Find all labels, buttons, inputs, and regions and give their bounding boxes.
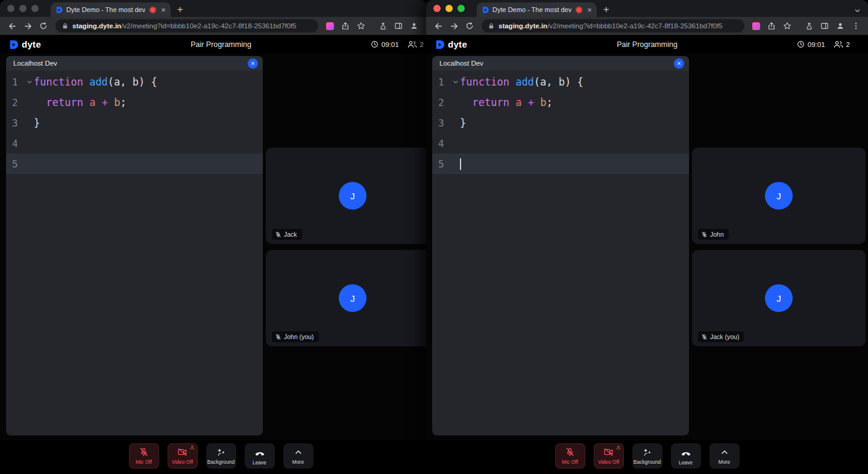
reload-button[interactable]	[462, 19, 477, 33]
tab-close-button[interactable]: ×	[587, 6, 592, 14]
participant-tile[interactable]: JJack (you)	[692, 250, 866, 346]
meeting-controls: Mic Off⚠Video OffBackgroundLeaveMore	[426, 440, 868, 474]
video-off-button[interactable]: ⚠Video Off	[168, 443, 198, 469]
dyte-logo: dyte	[8, 39, 41, 50]
background-button[interactable]: Background	[632, 443, 662, 469]
leave-button[interactable]: Leave	[671, 443, 701, 469]
code-line[interactable]: 1function add(a, b) {	[6, 72, 263, 92]
back-button[interactable]	[5, 19, 19, 33]
screen: Dyte Demo - The most dev × +	[0, 0, 868, 474]
meeting-time: 09:01	[382, 41, 399, 48]
plugin-title: Localhost Dev	[13, 60, 57, 67]
extension-icon[interactable]	[326, 22, 334, 30]
browser-tab[interactable]: Dyte Demo - The most dev ×	[477, 2, 597, 17]
close-window-button[interactable]	[7, 5, 14, 12]
mic-off-button[interactable]: Mic Off	[129, 443, 159, 469]
address-bar[interactable]: staging.dyte.in/v2/meeting?id=bbbb10e2-a…	[482, 19, 744, 33]
mic-off-icon	[565, 447, 575, 457]
back-button[interactable]	[431, 19, 445, 33]
control-label: More	[719, 459, 730, 465]
new-tab-button[interactable]: +	[173, 2, 187, 17]
mic-off-icon	[275, 231, 281, 238]
participant-avatar: J	[765, 182, 793, 210]
bookmark-star-icon[interactable]	[780, 19, 794, 33]
participant-count-value: 2	[846, 41, 850, 48]
zoom-window-button[interactable]	[458, 5, 465, 12]
participant-name-pill: John	[698, 229, 729, 240]
participant-tile[interactable]: JJohn	[692, 148, 866, 244]
plugin-close-button[interactable]: ×	[674, 58, 684, 69]
tab-close-button[interactable]: ×	[161, 6, 166, 14]
header-status: 09:01 2	[371, 40, 424, 48]
background-icon	[216, 447, 226, 457]
more-button[interactable]: More	[283, 443, 313, 469]
browser-tab[interactable]: Dyte Demo - The most dev ×	[51, 2, 171, 17]
code-text: function add(a, b) {	[34, 76, 157, 88]
reload-button[interactable]	[36, 19, 51, 33]
experiments-flask-icon[interactable]	[376, 19, 390, 33]
control-label: Background	[207, 459, 234, 465]
plugin-header: Localhost Dev ×	[432, 56, 689, 70]
more-button[interactable]: More	[709, 443, 740, 469]
line-number: 5	[6, 158, 25, 170]
code-area[interactable]: 1function add(a, b) {2 return a + b;3}45	[432, 70, 689, 435]
menu-kebab-icon[interactable]	[849, 19, 863, 33]
extension-icon[interactable]	[752, 22, 760, 30]
side-panel-icon[interactable]	[391, 19, 406, 33]
zoom-window-button[interactable]	[31, 5, 39, 12]
code-area[interactable]: 1function add(a, b) {2 return a + b;3}45	[6, 70, 263, 435]
plugin-title: Localhost Dev	[439, 60, 483, 67]
side-panel-icon[interactable]	[817, 19, 832, 33]
plugin-close-button[interactable]: ×	[248, 58, 258, 69]
share-icon[interactable]	[764, 19, 779, 33]
code-token	[83, 76, 89, 88]
code-line[interactable]: 3}	[6, 113, 263, 133]
code-line[interactable]: 5	[432, 154, 689, 174]
code-line[interactable]: 2 return a + b;	[6, 92, 263, 113]
forward-button[interactable]	[447, 19, 461, 33]
participant-tile[interactable]: JJack	[266, 148, 426, 244]
line-number: 1	[432, 76, 451, 88]
participant-name-pill: Jack (you)	[698, 331, 744, 342]
bookmark-star-icon[interactable]	[354, 19, 368, 33]
participant-name: John (you)	[284, 333, 314, 340]
code-line[interactable]: 1function add(a, b) {	[432, 72, 689, 92]
code-token	[509, 96, 515, 108]
url-path: /v2/meeting?id=bbbb10e2-a19c-42c7-8f18-2…	[121, 22, 297, 30]
code-token: add	[89, 76, 108, 88]
code-editor-plugin: Localhost Dev × 1function add(a, b) {2 r…	[432, 56, 689, 435]
profile-icon[interactable]	[833, 19, 848, 33]
code-text: return a + b;	[34, 96, 127, 108]
window-controls	[426, 5, 471, 17]
fold-chevron-icon[interactable]	[451, 79, 460, 85]
minimize-window-button[interactable]	[19, 5, 27, 12]
fold-chevron-icon[interactable]	[25, 79, 34, 85]
code-token: (a, b) {	[108, 76, 157, 88]
experiments-flask-icon[interactable]	[802, 19, 816, 33]
address-bar[interactable]: staging.dyte.in/v2/meeting?id=bbbb10e2-a…	[55, 19, 318, 33]
background-button[interactable]: Background	[206, 443, 236, 469]
code-line[interactable]: 3}	[432, 113, 689, 133]
browser-toolbar: staging.dyte.in/v2/meeting?id=bbbb10e2-a…	[426, 17, 868, 35]
code-line[interactable]: 2 return a + b;	[432, 92, 689, 113]
forward-button[interactable]	[20, 19, 35, 33]
code-token: a	[89, 96, 95, 108]
mic-off-button[interactable]: Mic Off	[555, 443, 585, 469]
code-line[interactable]: 4	[6, 133, 263, 154]
profile-icon[interactable]	[407, 19, 421, 33]
minimize-window-button[interactable]	[445, 5, 453, 12]
code-line[interactable]: 4	[432, 133, 689, 154]
close-window-button[interactable]	[433, 5, 441, 12]
tab-strip: Dyte Demo - The most dev × +	[426, 0, 868, 17]
code-line[interactable]: 5	[6, 154, 263, 174]
participant-count[interactable]: 2	[834, 40, 850, 48]
new-tab-button[interactable]: +	[599, 2, 614, 17]
leave-button[interactable]: Leave	[245, 443, 275, 469]
tab-search-chevron-icon[interactable]	[854, 7, 861, 14]
video-off-button[interactable]: ⚠Video Off	[594, 443, 624, 469]
code-text	[460, 158, 461, 170]
participant-count[interactable]: 2	[407, 40, 424, 48]
lock-icon	[61, 22, 69, 30]
participant-tile[interactable]: JJohn (you)	[266, 250, 426, 346]
share-icon[interactable]	[338, 19, 353, 33]
